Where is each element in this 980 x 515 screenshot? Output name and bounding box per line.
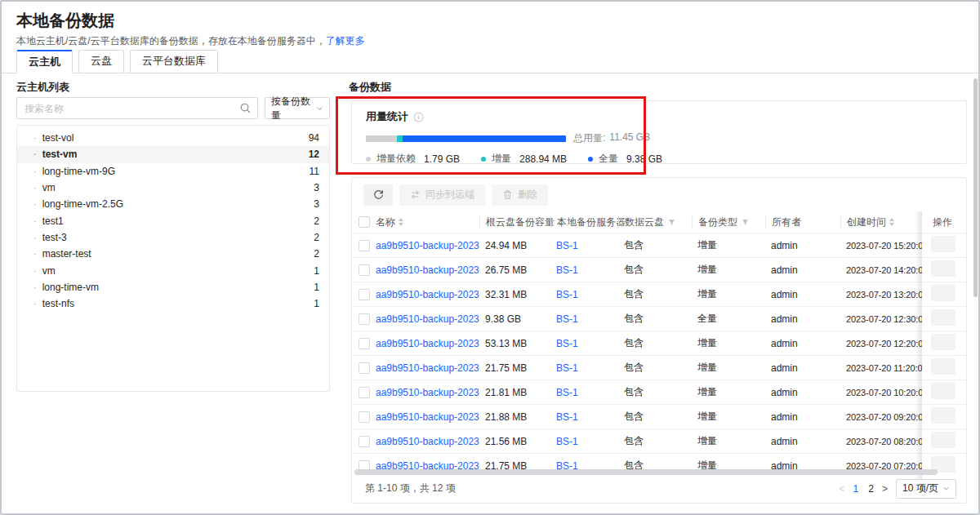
delete-button[interactable]: 删除 [492, 184, 548, 206]
backup-name-link[interactable]: aa9b9510-backup-2023-07-... [376, 387, 479, 398]
vm-list-item[interactable]: · test-vol 94 [17, 130, 329, 146]
tab-cloud-database[interactable]: 云平台数据库 [130, 50, 218, 73]
row-checkbox[interactable] [359, 436, 370, 447]
column-data-disk[interactable]: 数据云盘 [618, 216, 692, 228]
row-checkbox[interactable] [359, 264, 370, 276]
vm-list-item[interactable]: · test-3 2 [17, 229, 329, 246]
data-disk-value: 包含 [618, 434, 692, 448]
row-checkbox[interactable] [359, 411, 370, 423]
vm-list-item[interactable]: · long-time-vm-2.5G 3 [17, 196, 329, 212]
row-checkbox[interactable] [359, 289, 370, 300]
backup-server-link[interactable]: BS-1 [550, 289, 618, 300]
vm-name: long-time-vm-9G [42, 166, 115, 177]
backup-count: 3 [314, 198, 319, 210]
backup-server-link[interactable]: BS-1 [550, 338, 618, 349]
vm-list-item[interactable]: · test-nfs 1 [17, 295, 329, 312]
sync-to-remote-button[interactable]: 同步到远端 [399, 184, 485, 206]
column-created-time[interactable]: 创建时间 [840, 216, 922, 228]
select-all-checkbox[interactable] [359, 216, 370, 228]
column-backup-type[interactable]: 备份类型 [692, 216, 765, 228]
vm-name: test-nfs [42, 298, 74, 309]
vm-list-item[interactable]: · vm 3 [17, 180, 329, 196]
vm-list-item[interactable]: · test-vm 12 [17, 146, 329, 162]
created-time-value: 2023-07-20 08:20:00 [840, 437, 922, 446]
backup-name-link[interactable]: aa9b9510-backup-2023-07-... [376, 264, 479, 276]
data-disk-value: 包含 [618, 410, 692, 424]
vm-list-item[interactable]: · test1 2 [17, 212, 329, 229]
backup-server-link[interactable]: BS-1 [550, 362, 618, 374]
row-checkbox[interactable] [359, 240, 370, 251]
backup-type-value: 增量 [692, 410, 765, 424]
page-number[interactable]: 1 [853, 483, 859, 495]
backup-server-link[interactable]: BS-1 [550, 264, 618, 276]
row-actions-button[interactable] [931, 236, 956, 252]
row-checkbox[interactable] [359, 387, 370, 398]
created-time-value: 2023-07-20 10:20:00 [840, 388, 922, 397]
prev-page-button[interactable]: < [840, 483, 845, 495]
column-name[interactable]: 名称 [376, 216, 479, 228]
created-time-value: 2023-07-20 12:20:00 [840, 339, 922, 349]
row-actions-button[interactable] [931, 309, 956, 326]
backup-name-link[interactable]: aa9b9510-backup-2023-07-... [376, 289, 479, 300]
backup-count: 2 [314, 248, 319, 260]
vertical-scrollbar[interactable] [973, 78, 978, 297]
data-disk-value: 包含 [618, 287, 692, 301]
row-actions-button[interactable] [931, 407, 956, 424]
page-size-select[interactable]: 10 项/页 [896, 479, 956, 499]
refresh-button[interactable] [363, 184, 393, 206]
search-box [16, 97, 258, 119]
tab-cloud-host[interactable]: 云主机 [16, 50, 73, 73]
learn-more-link[interactable]: 了解更多 [326, 35, 365, 47]
backup-server-link[interactable]: BS-1 [550, 313, 618, 325]
backup-server-link[interactable]: BS-1 [550, 436, 618, 447]
backup-server-link[interactable]: BS-1 [550, 240, 618, 251]
row-checkbox[interactable] [359, 313, 370, 325]
vm-name: long-time-vm-2.5G [42, 198, 123, 210]
item-bullet: · [33, 133, 37, 143]
next-page-button[interactable]: > [882, 483, 888, 495]
subtitle-text: 本地云主机/云盘/云平台数据库的备份数据，存放在本地备份服务器中， [16, 35, 326, 47]
sort-dropdown[interactable]: 按备份数量 [265, 97, 330, 119]
sort-icon[interactable] [399, 218, 403, 226]
backup-name-link[interactable]: aa9b9510-backup-2023-07-... [376, 240, 479, 251]
row-actions-button[interactable] [931, 383, 956, 399]
filter-icon[interactable] [742, 219, 749, 226]
row-checkbox[interactable] [359, 338, 370, 349]
chevron-down-icon [316, 104, 323, 113]
tab-cloud-disk[interactable]: 云盘 [78, 50, 124, 73]
usage-bar-segment [366, 135, 397, 142]
row-actions-button[interactable] [931, 285, 956, 301]
search-input[interactable] [16, 97, 258, 119]
backup-name-link[interactable]: aa9b9510-backup-2023-07-... [376, 362, 479, 374]
vm-list-item[interactable]: · long-time-vm-9G 11 [17, 163, 329, 180]
column-root-disk-size[interactable]: 根云盘备份容量 [479, 216, 550, 228]
vm-list-item[interactable]: · vm 1 [17, 262, 329, 278]
backup-type-value: 增量 [692, 434, 765, 448]
column-backup-server: 本地备份服务器 [550, 216, 618, 228]
vm-name: test1 [42, 215, 64, 227]
row-actions-button[interactable] [931, 334, 956, 350]
row-actions-button[interactable] [931, 432, 956, 448]
backup-name-link[interactable]: aa9b9510-backup-2023-07-... [376, 313, 479, 325]
vm-list-item[interactable]: · master-test 2 [17, 246, 329, 262]
backup-name-link[interactable]: aa9b9510-backup-2023-07-... [376, 338, 479, 349]
row-actions-button[interactable] [931, 260, 956, 277]
row-actions-button[interactable] [931, 358, 956, 375]
vm-list-item[interactable]: · long-time-vm 1 [17, 279, 329, 295]
backup-type-value: 增量 [692, 385, 765, 399]
backup-name-link[interactable]: aa9b9510-backup-2023-07-... [376, 411, 479, 423]
table-row: aa9b9510-backup-2023-07-... 32.31 MB BS-… [352, 282, 966, 306]
backup-server-link[interactable]: BS-1 [550, 387, 618, 398]
info-icon[interactable] [413, 112, 424, 122]
sort-icon[interactable] [889, 218, 894, 226]
backup-server-link[interactable]: BS-1 [550, 411, 618, 423]
root-disk-size: 53.13 MB [479, 338, 550, 349]
filter-icon[interactable] [668, 219, 675, 226]
legend-item: 全量 9.38 GB [588, 152, 662, 166]
backup-name-link[interactable]: aa9b9510-backup-2023-07-... [376, 436, 479, 447]
row-checkbox[interactable] [359, 362, 370, 374]
backup-count: 1 [314, 282, 319, 293]
search-icon[interactable] [239, 102, 252, 114]
table-row: aa9b9510-backup-2023-07-... 24.94 MB BS-… [352, 233, 966, 257]
page-number[interactable]: 2 [868, 483, 874, 495]
